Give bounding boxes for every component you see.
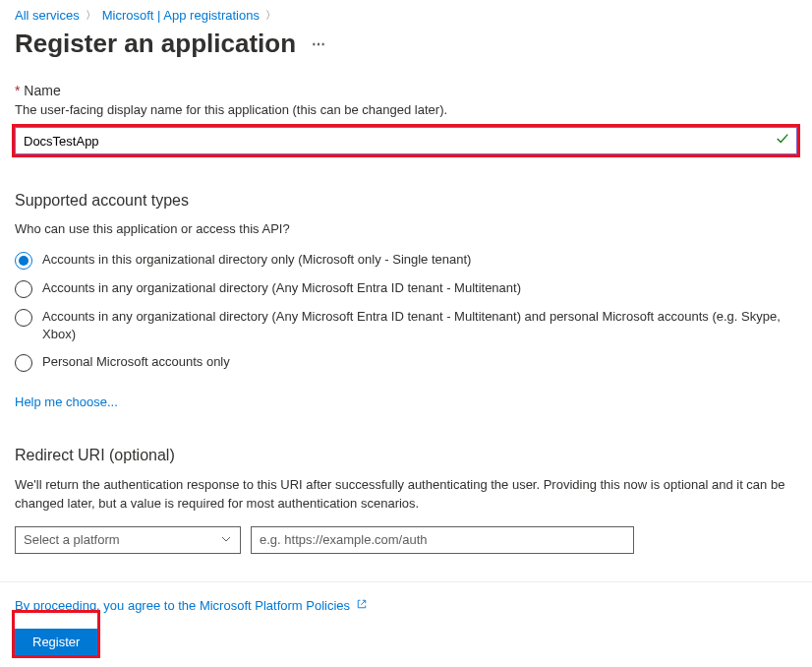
account-types-heading: Supported account types: [15, 192, 797, 210]
help-me-choose-link[interactable]: Help me choose...: [15, 394, 118, 409]
radio-multitenant[interactable]: Accounts in any organizational directory…: [15, 274, 797, 303]
policy-link-text: By proceeding, you agree to the Microsof…: [15, 598, 350, 613]
external-link-icon: [356, 598, 368, 613]
radio-label: Accounts in any organizational directory…: [42, 279, 521, 297]
checkmark-icon: [776, 132, 789, 149]
breadcrumb: All services 〉 Microsoft | App registrat…: [15, 8, 797, 23]
breadcrumb-all-services[interactable]: All services: [15, 8, 80, 23]
chevron-down-icon: [220, 533, 232, 547]
radio-multitenant-personal[interactable]: Accounts in any organizational directory…: [15, 303, 797, 348]
name-input-highlight: [15, 127, 797, 154]
required-asterisk: *: [15, 83, 20, 98]
chevron-right-icon: 〉: [265, 8, 276, 23]
name-field-label: * Name: [15, 83, 797, 98]
radio-icon: [15, 280, 32, 298]
register-button[interactable]: Register: [15, 629, 97, 655]
redirect-uri-row: Select a platform: [15, 526, 797, 554]
account-types-question: Who can use this application or access t…: [15, 221, 797, 236]
radio-label: Accounts in any organizational directory…: [42, 308, 797, 343]
breadcrumb-app-registrations[interactable]: Microsoft | App registrations: [102, 8, 260, 23]
name-input[interactable]: [15, 127, 797, 154]
redirect-uri-help: We'll return the authentication response…: [15, 476, 797, 512]
more-actions-icon[interactable]: ⋯: [308, 32, 329, 56]
radio-icon: [15, 354, 32, 372]
redirect-uri-heading: Redirect URI (optional): [15, 447, 797, 464]
platform-policies-link[interactable]: By proceeding, you agree to the Microsof…: [15, 598, 368, 613]
page-title-text: Register an application: [15, 29, 296, 59]
radio-label: Personal Microsoft accounts only: [42, 353, 230, 371]
radio-icon: [15, 309, 32, 327]
radio-icon: [15, 252, 32, 270]
name-help-text: The user-facing display name for this ap…: [15, 102, 797, 117]
page-title: Register an application ⋯: [15, 29, 797, 59]
radio-single-tenant[interactable]: Accounts in this organizational director…: [15, 246, 797, 274]
footer-divider: [0, 581, 812, 582]
register-button-highlight: Register: [15, 613, 97, 655]
radio-personal-only[interactable]: Personal Microsoft accounts only: [15, 348, 797, 377]
radio-label: Accounts in this organizational director…: [42, 251, 471, 269]
platform-select-label: Select a platform: [24, 532, 120, 547]
account-types-radio-group: Accounts in this organizational director…: [15, 246, 797, 377]
chevron-right-icon: 〉: [86, 8, 96, 23]
redirect-uri-input[interactable]: [251, 526, 634, 554]
platform-select[interactable]: Select a platform: [15, 526, 241, 554]
